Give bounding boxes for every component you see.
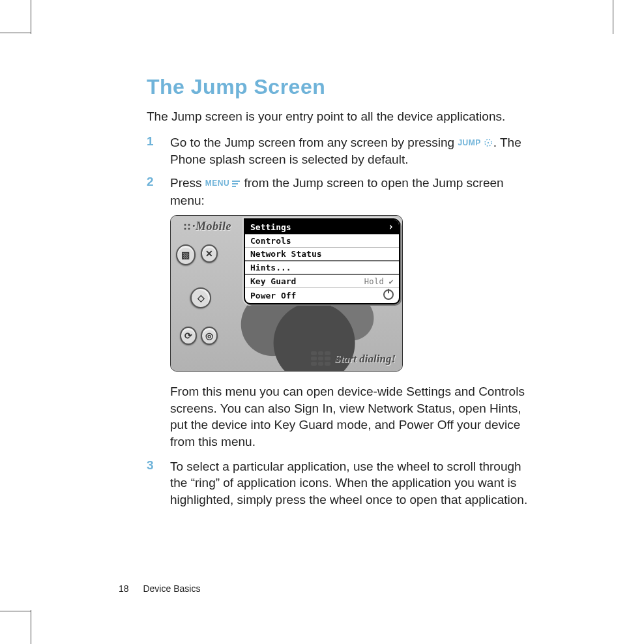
- step-text: To select a particular application, use …: [170, 458, 531, 508]
- ring-app-icon: ◎: [201, 327, 218, 345]
- ring-app-icon: ✕: [201, 244, 218, 263]
- step-text: Press MENU from the Jump screen to open …: [170, 175, 531, 209]
- step-list: 1 Go to the Jump screen from any screen …: [147, 134, 531, 209]
- keypad-icon: [311, 351, 330, 366]
- app-ring-icons: ▧ ✕ ◇ ⟳ ◎: [176, 244, 218, 345]
- menu-item-network-status[interactable]: Network Status: [245, 247, 399, 260]
- step-pre-text: Press: [170, 176, 205, 190]
- crop-mark: [0, 33, 31, 33]
- crop-mark: [613, 0, 613, 34]
- crop-mark: [31, 0, 31, 34]
- ring-app-icon: ⟳: [180, 327, 197, 345]
- svg-point-8: [188, 228, 190, 230]
- step-list-continued: 3 To select a particular application, us…: [147, 458, 531, 508]
- menu-item-settings[interactable]: Settings: [245, 220, 399, 234]
- step-item: 3 To select a particular application, us…: [147, 458, 531, 508]
- post-figure-block: From this menu you can open device-wide …: [170, 383, 531, 450]
- device-screenshot-figure: ·Mobile ▧ ✕ ◇ ⟳ ◎ Settings Controls: [170, 215, 531, 372]
- step-item: 2 Press MENU from the Jump screen to ope…: [147, 175, 531, 209]
- menu-item-key-guard[interactable]: Key Guard Hold ✔: [245, 274, 399, 287]
- menu-item-controls[interactable]: Controls: [245, 234, 399, 247]
- menu-icon: [231, 175, 241, 192]
- crop-mark: [0, 611, 31, 611]
- step-text: Go to the Jump screen from any screen by…: [170, 134, 531, 168]
- menu-key-label: MENU: [205, 179, 229, 188]
- carrier-label: ·Mobile: [183, 220, 231, 233]
- step-number: 2: [147, 175, 170, 209]
- menu-item-note: Hold ✔: [364, 277, 394, 286]
- jump-key-label: JUMP: [458, 138, 480, 147]
- ring-app-icon: ▧: [176, 244, 196, 265]
- step-pre-text: To select a particular application, use …: [170, 460, 527, 506]
- section-heading: The Jump Screen: [147, 75, 531, 99]
- page-number: 18: [119, 583, 129, 594]
- carrier-text: ·Mobile: [192, 220, 231, 233]
- step-number: 3: [147, 458, 170, 508]
- page-content: The Jump Screen The Jump screen is your …: [147, 75, 531, 515]
- svg-point-6: [188, 224, 190, 226]
- crop-mark: [31, 610, 31, 644]
- jump-icon: [483, 135, 493, 152]
- svg-point-7: [184, 228, 186, 230]
- menu-item-power-off[interactable]: Power Off: [245, 287, 399, 303]
- svg-point-5: [184, 224, 186, 226]
- svg-point-1: [488, 141, 489, 143]
- menu-item-hints[interactable]: Hints...: [245, 260, 399, 274]
- start-dialing-prompt: Start dialing!: [311, 351, 396, 366]
- device-screenshot: ·Mobile ▧ ✕ ◇ ⟳ ◎ Settings Controls: [170, 215, 403, 372]
- ring-app-icon: ◇: [186, 284, 215, 313]
- power-icon: [383, 289, 394, 302]
- footer-section-name: Device Basics: [143, 583, 200, 594]
- prompt-text: Start dialing!: [334, 353, 396, 366]
- post-figure-paragraph: From this menu you can open device-wide …: [170, 383, 531, 450]
- step-item: 1 Go to the Jump screen from any screen …: [147, 134, 531, 168]
- step-pre-text: Go to the Jump screen from any screen by…: [170, 136, 458, 149]
- step-number: 1: [147, 134, 170, 168]
- jump-menu-popup: Settings Controls Network Status Hints..…: [244, 218, 400, 304]
- page-footer: 18 Device Basics: [119, 583, 200, 594]
- intro-paragraph: The Jump screen is your entry point to a…: [147, 108, 531, 125]
